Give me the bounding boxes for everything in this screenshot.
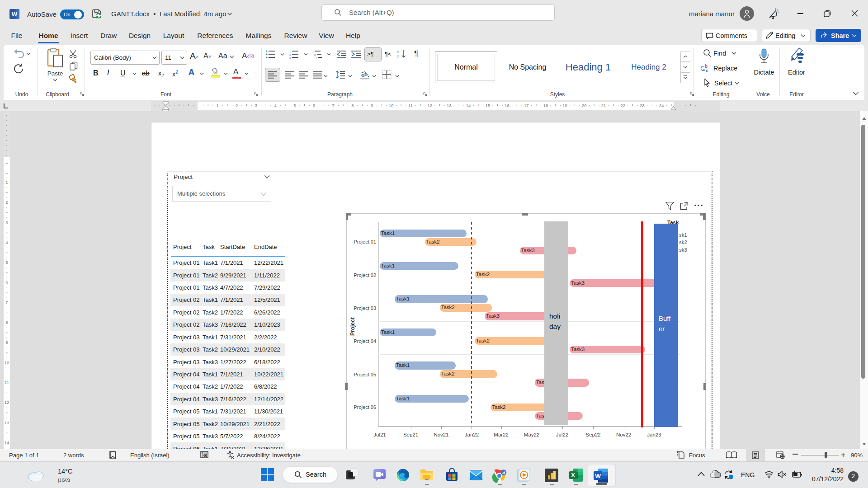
svg-text:7: 7 <box>332 103 335 108</box>
svg-text:6: 6 <box>5 280 8 285</box>
svg-text:a: a <box>314 53 316 56</box>
svg-text:8: 8 <box>5 320 8 325</box>
svg-text:3: 3 <box>5 220 8 225</box>
svg-text:19: 19 <box>562 103 567 108</box>
svg-text:12: 12 <box>427 103 432 108</box>
svg-text:21: 21 <box>601 103 606 108</box>
svg-text:13: 13 <box>5 420 9 425</box>
svg-text:14: 14 <box>466 103 471 108</box>
svg-text:1: 1 <box>289 50 291 53</box>
svg-text:14: 14 <box>5 440 9 445</box>
svg-text:W: W <box>595 473 601 479</box>
svg-text:Z: Z <box>396 55 399 59</box>
svg-text:c: c <box>706 68 708 73</box>
svg-text:16: 16 <box>505 103 509 108</box>
svg-text:5: 5 <box>5 260 8 265</box>
svg-text:10: 10 <box>389 103 394 108</box>
svg-text:5: 5 <box>293 103 296 108</box>
svg-text:4: 4 <box>274 103 276 108</box>
svg-text:22: 22 <box>620 103 625 108</box>
svg-text:X: X <box>571 472 575 479</box>
svg-text:1: 1 <box>312 50 314 53</box>
svg-text:1: 1 <box>216 103 218 108</box>
svg-text:11: 11 <box>5 380 9 385</box>
svg-text:i: i <box>316 56 316 59</box>
svg-text:9: 9 <box>371 103 373 108</box>
svg-text:6: 6 <box>313 103 315 108</box>
svg-text:1: 1 <box>5 180 8 185</box>
svg-text:15: 15 <box>486 103 491 108</box>
svg-text:9: 9 <box>5 340 8 345</box>
svg-text:3: 3 <box>289 56 291 59</box>
svg-text:12: 12 <box>5 400 9 405</box>
svg-text:17: 17 <box>524 103 529 108</box>
svg-text:W: W <box>12 11 18 18</box>
svg-text:8: 8 <box>351 103 354 108</box>
svg-text:3: 3 <box>255 103 257 108</box>
svg-text:10: 10 <box>5 360 9 365</box>
svg-text:24: 24 <box>659 103 664 108</box>
svg-text:23: 23 <box>640 103 645 108</box>
svg-text:2: 2 <box>236 103 238 108</box>
svg-text:7: 7 <box>5 300 8 305</box>
svg-text:13: 13 <box>447 103 452 108</box>
svg-text:A: A <box>396 50 399 54</box>
svg-text:20: 20 <box>582 103 587 108</box>
svg-text:11: 11 <box>408 103 413 108</box>
svg-text:2: 2 <box>289 53 291 56</box>
svg-text:18: 18 <box>543 103 548 108</box>
svg-text:2: 2 <box>5 200 8 205</box>
svg-text:4: 4 <box>5 240 8 245</box>
